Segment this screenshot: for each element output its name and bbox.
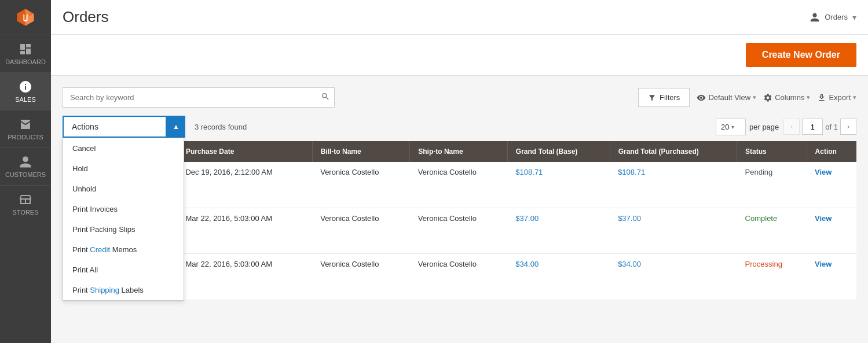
action-print-packing-slips[interactable]: Print Packing Slips bbox=[63, 219, 184, 239]
cell-status-2: Processing bbox=[737, 254, 807, 300]
cell-action-1: View bbox=[807, 208, 856, 254]
search-input[interactable] bbox=[63, 87, 335, 108]
sidebar: DASHBOARD SALES PRODUCTS CUSTOMERS STORE… bbox=[0, 0, 51, 343]
sidebar-item-label: SALES bbox=[15, 96, 35, 103]
cell-action-2: View bbox=[807, 254, 856, 300]
action-print-shipping-labels[interactable]: Print Shipping Labels bbox=[63, 280, 184, 300]
action-print-all[interactable]: Print All bbox=[63, 260, 184, 280]
col-bill-to-name[interactable]: Bill-to Name bbox=[312, 141, 410, 162]
actions-left: Actions ▲ Cancel Hold bbox=[63, 116, 247, 138]
view-label: Default View bbox=[708, 93, 750, 102]
create-new-order-button[interactable]: Create New Order bbox=[746, 43, 856, 67]
columns-chevron-icon: ▾ bbox=[807, 94, 810, 101]
export-label: Export bbox=[829, 93, 851, 102]
actions-label: Actions bbox=[72, 122, 98, 131]
dashboard-icon bbox=[19, 42, 32, 56]
sales-icon bbox=[19, 80, 32, 94]
action-unhold[interactable]: Unhold bbox=[63, 179, 184, 199]
eye-icon bbox=[697, 93, 706, 102]
cell-bill-to-name-0: Veronica Costello bbox=[312, 162, 410, 208]
filters-button[interactable]: Filters bbox=[638, 88, 690, 107]
header-user-area[interactable]: Orders ▾ bbox=[810, 12, 856, 23]
sidebar-item-stores[interactable]: STORES bbox=[0, 185, 51, 223]
col-action[interactable]: Action bbox=[807, 141, 856, 162]
export-icon bbox=[817, 93, 826, 102]
cell-action-0: View bbox=[807, 162, 856, 208]
cell-purchase-date-2: Mar 22, 2016, 5:03:00 AM bbox=[177, 254, 312, 300]
user-icon bbox=[810, 12, 820, 23]
actions-row: Actions ▲ Cancel Hold bbox=[63, 116, 856, 138]
action-print-invoices[interactable]: Print Invoices bbox=[63, 199, 184, 219]
action-cancel[interactable]: Cancel bbox=[63, 138, 184, 158]
page-title: Orders bbox=[63, 8, 108, 26]
gear-icon bbox=[763, 93, 772, 102]
sidebar-item-label: PRODUCTS bbox=[8, 134, 43, 141]
sidebar-logo[interactable] bbox=[0, 0, 51, 35]
per-page-label: per page bbox=[749, 123, 779, 131]
page-number-input[interactable] bbox=[802, 119, 823, 135]
columns-label: Columns bbox=[775, 93, 804, 102]
col-grand-total-purchased[interactable]: Grand Total (Purchased) bbox=[610, 141, 737, 162]
search-input-wrap bbox=[63, 87, 335, 108]
actions-arrow-icon: ▲ bbox=[173, 123, 180, 131]
per-page-dropdown[interactable]: 20 ▾ bbox=[716, 119, 746, 135]
col-purchase-date[interactable]: Purchase Date bbox=[177, 141, 312, 162]
view-chevron-icon: ▾ bbox=[753, 94, 756, 101]
filters-label: Filters bbox=[660, 93, 680, 102]
per-page-arrow-icon: ▾ bbox=[731, 124, 734, 130]
cell-status-0: Pending bbox=[737, 162, 807, 208]
header-user-label: Orders bbox=[825, 13, 848, 21]
col-ship-to-name[interactable]: Ship-to Name bbox=[410, 141, 508, 162]
main-content: Orders Orders ▾ Create New Order Filters bbox=[51, 0, 868, 343]
cell-grand-total-purchased-0: $108.71 bbox=[610, 162, 737, 208]
per-page-select: 20 ▾ per page bbox=[716, 119, 779, 135]
cell-status-1: Complete bbox=[737, 208, 807, 254]
page-next-button[interactable]: › bbox=[840, 119, 856, 135]
export-chevron-icon: ▾ bbox=[853, 94, 856, 101]
header-chevron-icon: ▾ bbox=[852, 13, 856, 22]
cell-bill-to-name-1: Veronica Costello bbox=[312, 208, 410, 254]
action-hold[interactable]: Hold bbox=[63, 158, 184, 179]
cell-grand-total-purchased-2: $34.00 bbox=[610, 254, 737, 300]
sidebar-item-dashboard[interactable]: DASHBOARD bbox=[0, 35, 51, 72]
filter-controls: Filters Default View ▾ Columns ▾ Export … bbox=[638, 88, 856, 107]
export-button[interactable]: Export ▾ bbox=[817, 93, 856, 102]
col-grand-total-base[interactable]: Grand Total (Base) bbox=[507, 141, 610, 162]
products-icon bbox=[19, 117, 32, 131]
per-page-value: 20 bbox=[721, 123, 729, 131]
search-icon bbox=[321, 92, 330, 101]
search-bar: Filters Default View ▾ Columns ▾ Export … bbox=[63, 87, 856, 108]
magento-logo-icon bbox=[15, 7, 36, 28]
actions-btn-group: Actions ▲ bbox=[63, 116, 185, 138]
records-count: 3 records found bbox=[195, 123, 247, 131]
page-prev-button[interactable]: ‹ bbox=[783, 119, 800, 135]
cell-purchase-date-1: Mar 22, 2016, 5:03:00 AM bbox=[177, 208, 312, 254]
toolbar-strip: Create New Order bbox=[51, 35, 868, 76]
filter-icon bbox=[648, 94, 656, 102]
top-header: Orders Orders ▾ bbox=[51, 0, 868, 35]
content-area: Filters Default View ▾ Columns ▾ Export … bbox=[51, 76, 868, 343]
sidebar-item-label: CUSTOMERS bbox=[5, 171, 46, 178]
cell-bill-to-name-2: Veronica Costello bbox=[312, 254, 410, 300]
actions-button[interactable]: Actions bbox=[63, 116, 167, 138]
cell-ship-to-name-0: Veronica Costello bbox=[410, 162, 508, 208]
page-total-label: of 1 bbox=[825, 123, 838, 131]
pagination: ‹ of 1 › bbox=[783, 119, 856, 135]
cell-purchase-date-0: Dec 19, 2016, 2:12:00 AM bbox=[177, 162, 312, 208]
action-print-credit-memos[interactable]: Print Credit Memos bbox=[63, 239, 184, 260]
columns-button[interactable]: Columns ▾ bbox=[763, 93, 810, 102]
stores-icon bbox=[19, 193, 32, 206]
customers-icon bbox=[19, 155, 32, 169]
sidebar-item-label: STORES bbox=[12, 209, 38, 216]
cell-grand-total-purchased-1: $37.00 bbox=[610, 208, 737, 254]
search-button[interactable] bbox=[321, 92, 330, 104]
sidebar-item-sales[interactable]: SALES bbox=[0, 72, 51, 110]
sidebar-item-customers[interactable]: CUSTOMERS bbox=[0, 147, 51, 185]
cell-grand-total-base-2: $34.00 bbox=[507, 254, 610, 300]
cell-ship-to-name-1: Veronica Costello bbox=[410, 208, 508, 254]
view-select[interactable]: Default View ▾ bbox=[697, 93, 756, 102]
sidebar-item-products[interactable]: PRODUCTS bbox=[0, 110, 51, 147]
sidebar-item-label: DASHBOARD bbox=[5, 58, 46, 65]
col-status[interactable]: Status bbox=[737, 141, 807, 162]
actions-arrow-button[interactable]: ▲ bbox=[167, 116, 185, 138]
